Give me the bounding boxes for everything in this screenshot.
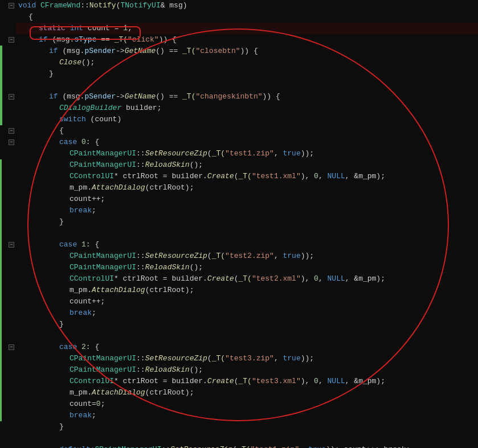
code-line: } [16,319,478,330]
token: ( [232,445,237,448]
code-line: m_pm.AttachDialog(ctrlRoot); [16,387,478,398]
token: } [59,217,64,226]
collapse-button[interactable]: − [9,139,14,145]
collapse-button[interactable]: − [9,242,14,248]
token: NULL [328,377,345,385]
token: )); count++; break; [326,445,410,448]
token: CPaintManagerUI [95,445,161,448]
token: () == [156,47,182,55]
code-line: case 1: { [16,239,478,250]
token: "click" [128,35,159,44]
token: count++; [70,195,105,203]
code-line: break; [16,410,478,421]
token: ; [101,400,105,408]
token: "test1.xml" [252,172,301,180]
token: true [283,252,301,260]
collapse-button[interactable]: − [9,3,14,9]
token: Notify [89,1,116,10]
code-display: −void CFrameWnd::Notify(TNotifyUI& msg){… [0,0,478,448]
token: : { [86,240,99,249]
token [66,24,70,32]
code-line: if (msg.pSender->GetName() == _T("closeb… [16,46,478,57]
token: 0 [314,274,318,283]
code-line: { [16,11,478,23]
token: 0 [81,138,86,146]
code-line: CControlUI* ctrlRoot = builder.Create(_T… [16,273,478,285]
token: break [70,206,92,215]
token: true [283,149,301,158]
token: m_pm. [70,388,92,397]
token: case [59,343,77,351]
code-line: CPaintManagerUI::ReloadSkin(); [16,364,478,376]
code-line: void CFrameWnd::Notify(TNotifyUI& msg) [16,0,478,11]
token: CControlUI [70,172,114,180]
token [77,240,81,249]
token: CFrameWnd [40,1,80,10]
token: :: [136,149,145,158]
token: () == [156,92,182,101]
token: static [39,24,66,32]
token: , [299,445,308,448]
token: _T( [212,149,225,158]
token: _T( [212,354,225,363]
token: _T( [182,47,195,55]
code-line [16,80,478,91]
token: (); [190,161,203,169]
token: & msg) [161,1,187,10]
code-line: count++; [16,296,478,307]
collapse-button[interactable]: − [9,94,14,100]
token: SetResourceZip [145,354,207,363]
token: : { [86,138,99,146]
token: (); [190,263,203,272]
code-line: static int count = 1; [16,23,478,34]
token: CPaintManagerUI [70,149,136,158]
token: , [318,377,328,385]
code-line: switch (count) [16,114,478,125]
code-line: count++; [16,194,478,205]
code-container: −void CFrameWnd::Notify(TNotifyUI& msg){… [0,0,478,448]
token: ReloadSkin [145,365,190,374]
token: :: [136,161,145,169]
code-line: case 2: { [16,342,478,353]
token: :: [136,263,145,272]
token: -> [116,47,125,55]
token: break [70,411,92,420]
token: "test3.xml" [252,377,301,385]
token: , [318,172,328,180]
token: :: [80,1,89,10]
token: ; [92,309,96,317]
code-line: m_pm.AttachDialog(ctrlRoot); [16,182,478,194]
token: * ctrlRoot = builder. [114,274,207,283]
token: , &m_pm); [345,377,385,385]
token: { [59,126,64,135]
token: "test1.zip" [251,445,300,448]
green-bar-2 [0,159,2,421]
token: count= [70,400,96,408]
collapse-button[interactable]: − [9,37,14,43]
code-line: CPaintManagerUI::ReloadSkin(); [16,159,478,171]
token: (ctrlRoot); [145,183,194,192]
token: case [59,138,77,146]
token: 1 [81,240,86,249]
token: "changeskinbtn" [195,92,262,101]
collapse-button[interactable]: − [9,344,14,350]
token: ), [301,377,314,385]
token: switch [59,115,86,124]
token: CPaintManagerUI [70,161,136,169]
token: ; [92,206,96,215]
token: AttachDialog [92,286,145,294]
token: } [49,69,54,78]
token: , &m_pm); [345,172,385,180]
token [36,1,40,10]
collapse-button[interactable]: − [9,128,14,134]
token: 1 [123,24,128,32]
green-bar [0,46,2,125]
token: break [70,309,92,317]
token: count++; [70,297,105,306]
token: )) { [159,35,177,44]
token: ), [301,172,314,180]
token: SetResourceZip [145,252,207,260]
token: , [274,252,283,260]
token: } [59,320,64,328]
code-line: Close(); [16,57,478,68]
